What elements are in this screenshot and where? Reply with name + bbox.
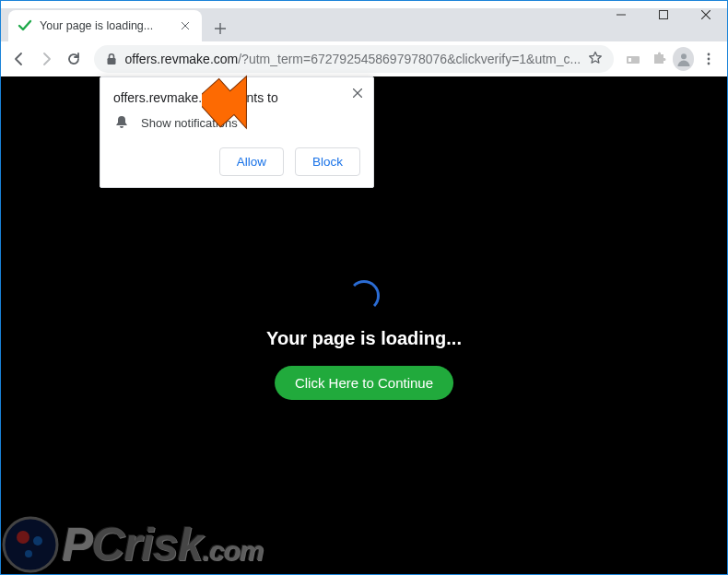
nav-reload-button[interactable]: [61, 45, 87, 73]
profile-button[interactable]: [673, 47, 695, 71]
nav-back-button[interactable]: [6, 45, 32, 73]
lock-icon: [105, 53, 118, 65]
close-icon: [182, 22, 189, 29]
svg-point-5: [708, 53, 710, 56]
svg-point-6: [708, 58, 710, 61]
watermark-text: PCrisk.com: [62, 518, 263, 571]
spinner-icon: [348, 280, 380, 311]
dialog-actions: Allow Block: [113, 147, 360, 176]
arrow-left-icon: [12, 52, 27, 66]
svg-point-4: [681, 53, 687, 59]
close-icon: [353, 88, 362, 98]
tab-title: Your page is loading...: [40, 19, 170, 32]
star-icon: [588, 51, 603, 65]
puzzle-icon: [652, 52, 666, 66]
window-minimize-button[interactable]: [600, 1, 642, 29]
window-controls: [600, 1, 727, 29]
arrow-right-icon: [39, 52, 53, 66]
toolbar: offers.revmake.com/?utm_term=67279254586…: [1, 41, 727, 77]
nav-forward-button[interactable]: [34, 45, 60, 73]
watermark: PCrisk.com: [1, 515, 263, 574]
svg-rect-0: [660, 11, 668, 19]
svg-rect-1: [107, 58, 115, 65]
address-bar[interactable]: offers.revmake.com/?utm_term=67279254586…: [94, 45, 615, 73]
window-close-button[interactable]: [685, 1, 727, 29]
svg-point-12: [25, 550, 32, 557]
svg-point-7: [708, 63, 710, 65]
permission-label: Show notifications: [141, 116, 238, 130]
favicon-checkmark-icon: [18, 18, 32, 33]
continue-button[interactable]: Click Here to Continue: [275, 366, 453, 400]
extension-2-button[interactable]: [647, 46, 671, 72]
minimize-icon: [616, 10, 626, 19]
watermark-logo-icon: [1, 515, 60, 574]
plus-icon: [215, 23, 226, 34]
close-icon: [701, 10, 710, 19]
tab-close-button[interactable]: [178, 18, 193, 33]
dialog-title: offers.revmake.com wants to: [113, 90, 360, 105]
notification-permission-dialog: offers.revmake.com wants to Show notific…: [100, 76, 374, 188]
svg-point-11: [33, 536, 42, 546]
svg-rect-3: [628, 58, 631, 62]
url-domain: offers.revmake.com: [125, 52, 239, 66]
extension-icon: [626, 52, 640, 66]
content-center: Your page is loading... Click Here to Co…: [266, 280, 462, 400]
person-icon: [675, 51, 692, 67]
url-path: /?utm_term=6727925458697978076&clickveri…: [238, 52, 581, 66]
svg-point-10: [17, 531, 29, 544]
url-text: offers.revmake.com/?utm_term=67279254586…: [125, 52, 581, 66]
allow-button[interactable]: Allow: [219, 147, 284, 176]
loading-heading: Your page is loading...: [266, 328, 462, 349]
new-tab-button[interactable]: [207, 16, 233, 41]
block-button[interactable]: Block: [295, 147, 360, 176]
browser-window: Your page is loading... offers.revmake.c…: [0, 0, 728, 575]
tab-active[interactable]: Your page is loading...: [8, 10, 202, 41]
main-menu-button[interactable]: [696, 45, 722, 73]
bell-icon: [113, 114, 130, 131]
permission-row: Show notifications: [113, 114, 360, 131]
reload-icon: [66, 52, 81, 66]
maximize-icon: [659, 10, 668, 19]
dialog-close-button[interactable]: [349, 85, 366, 101]
window-maximize-button[interactable]: [642, 1, 685, 29]
extension-1-button[interactable]: [621, 46, 645, 72]
bookmark-button[interactable]: [588, 51, 603, 68]
kebab-menu-icon: [702, 53, 715, 65]
